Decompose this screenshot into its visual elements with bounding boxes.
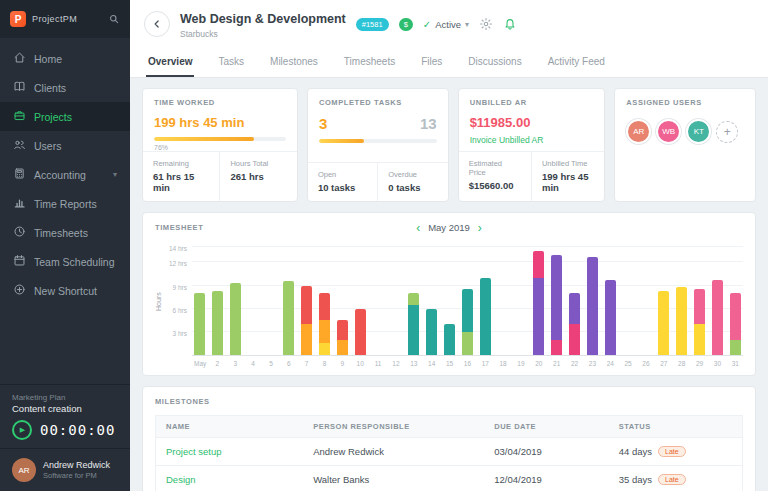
bar-segment bbox=[319, 293, 330, 320]
tab-overview[interactable]: Overview bbox=[146, 48, 194, 77]
bar-segment bbox=[444, 324, 455, 355]
sidebar-item-timesheets[interactable]: Timesheets bbox=[0, 218, 130, 247]
y-tick-label: 6 hrs bbox=[173, 307, 187, 314]
home-icon bbox=[13, 51, 26, 66]
col-label: Remaining bbox=[153, 159, 209, 168]
chart-bar bbox=[658, 291, 669, 355]
tab-tasks[interactable]: Tasks bbox=[216, 48, 246, 77]
status-dropdown[interactable]: ✓ Active ▾ bbox=[423, 19, 469, 30]
chart-bar bbox=[480, 278, 491, 355]
completed-tasks-card: COMPLETED TASKS 3 13 Open 10 tasks Overd… bbox=[307, 88, 449, 202]
user-subtitle: Software for PM bbox=[43, 471, 110, 480]
budget-badge: $ bbox=[399, 18, 413, 31]
bell-icon[interactable] bbox=[503, 17, 517, 31]
chart-bar bbox=[569, 293, 580, 355]
sidebar-item-users[interactable]: Users bbox=[0, 131, 130, 160]
x-tick-label: 26 bbox=[640, 360, 651, 367]
table-row[interactable]: Design Walter Banks 12/04/2019 35 days L… bbox=[156, 465, 742, 491]
x-tick-label: 21 bbox=[551, 360, 562, 367]
chart-bar bbox=[730, 293, 741, 355]
avatar: AR bbox=[12, 458, 36, 482]
invoice-unbilled-link[interactable]: Invoice Unbilled AR bbox=[470, 135, 594, 145]
chart-bars bbox=[192, 248, 743, 355]
y-tick-label: 9 hrs bbox=[173, 284, 187, 291]
clock-icon bbox=[13, 225, 26, 240]
add-user-button[interactable]: + bbox=[716, 121, 738, 143]
bar-segment bbox=[587, 257, 598, 355]
bar-segment bbox=[408, 293, 419, 305]
sidebar-item-team-scheduling[interactable]: Team Scheduling bbox=[0, 247, 130, 276]
card-title: UNBILLED AR bbox=[470, 98, 594, 107]
chart-plot bbox=[192, 248, 743, 356]
user-profile[interactable]: AR Andrew Redwick Software for PM bbox=[0, 448, 130, 491]
sidebar-item-accounting[interactable]: Accounting ▾ bbox=[0, 160, 130, 189]
gridline bbox=[192, 246, 743, 247]
tab-milestones[interactable]: Milestones bbox=[268, 48, 320, 77]
x-tick-label: 29 bbox=[694, 360, 705, 367]
milestone-status-days: 35 days bbox=[619, 474, 652, 485]
bar-segment bbox=[694, 324, 705, 355]
x-tick-label: May bbox=[194, 360, 205, 367]
timer-task: Content creation bbox=[12, 403, 118, 414]
y-tick-label: 3 hrs bbox=[173, 330, 187, 337]
chart-bar bbox=[676, 287, 687, 355]
sidebar-item-clients[interactable]: Clients bbox=[0, 73, 130, 102]
search-icon[interactable] bbox=[108, 13, 120, 25]
x-tick-label: 7 bbox=[301, 360, 312, 367]
clients-icon bbox=[13, 80, 26, 95]
milestone-name-link[interactable]: Design bbox=[166, 474, 313, 485]
x-tick-label: 9 bbox=[337, 360, 348, 367]
chart-bar bbox=[283, 281, 294, 355]
x-tick-label: 24 bbox=[605, 360, 616, 367]
tab-activity-feed[interactable]: Activity Feed bbox=[546, 48, 607, 77]
x-tick-label: 3 bbox=[230, 360, 241, 367]
col-value: $15660.00 bbox=[469, 180, 521, 191]
chart-bar bbox=[605, 280, 616, 355]
bar-segment bbox=[408, 305, 419, 355]
x-tick-label: 15 bbox=[444, 360, 455, 367]
chart-bar bbox=[462, 289, 473, 355]
chart-bar bbox=[694, 289, 705, 355]
x-tick-label: 27 bbox=[658, 360, 669, 367]
col-header-person: PERSON RESPONSIBLE bbox=[313, 422, 494, 431]
next-month-button[interactable]: › bbox=[478, 222, 482, 234]
card-title: ASSIGNED USERS bbox=[626, 98, 744, 107]
tab-files[interactable]: Files bbox=[419, 48, 444, 77]
sidebar-item-label: Time Reports bbox=[34, 198, 97, 210]
bar-segment bbox=[337, 320, 348, 339]
tab-timesheets[interactable]: Timesheets bbox=[342, 48, 397, 77]
sidebar-item-time-reports[interactable]: Time Reports bbox=[0, 189, 130, 218]
gear-icon[interactable] bbox=[479, 17, 493, 31]
sidebar-item-projects[interactable]: Projects bbox=[0, 102, 130, 131]
milestone-person: Andrew Redwick bbox=[313, 446, 494, 457]
logo-text: ProjectPM bbox=[32, 14, 102, 24]
x-tick-label: 2 bbox=[212, 360, 223, 367]
x-tick-label: 16 bbox=[462, 360, 473, 367]
sidebar-nav: Home Clients Projects Users Accounting ▾ bbox=[0, 38, 130, 305]
bar-segment bbox=[658, 291, 669, 355]
timer-play-button[interactable]: ▶ bbox=[12, 420, 32, 440]
back-button[interactable] bbox=[144, 11, 170, 37]
bar-segment bbox=[533, 278, 544, 355]
milestone-due-date: 12/04/2019 bbox=[494, 474, 619, 485]
milestone-name-link[interactable]: Project setup bbox=[166, 446, 313, 457]
sidebar-item-label: Users bbox=[34, 140, 61, 152]
sidebar-item-home[interactable]: Home bbox=[0, 44, 130, 73]
sidebar-item-new-shortcut[interactable]: New Shortcut bbox=[0, 276, 130, 305]
arrow-left-icon bbox=[151, 18, 163, 30]
bar-segment bbox=[194, 293, 205, 355]
chart-bar bbox=[301, 286, 312, 355]
bar-segment bbox=[301, 324, 312, 355]
sidebar-item-label: Team Scheduling bbox=[34, 256, 115, 268]
table-row[interactable]: Project setup Andrew Redwick 03/04/2019 … bbox=[156, 437, 742, 465]
projects-icon bbox=[13, 109, 26, 124]
col-label: Estimated Price bbox=[469, 159, 521, 177]
bar-segment bbox=[533, 251, 544, 278]
milestone-due-date: 03/04/2019 bbox=[494, 446, 619, 457]
chart-bar bbox=[355, 309, 366, 355]
tab-discussions[interactable]: Discussions bbox=[466, 48, 523, 77]
x-tick-label: 18 bbox=[498, 360, 509, 367]
users-icon bbox=[13, 138, 26, 153]
prev-month-button[interactable]: ‹ bbox=[416, 222, 420, 234]
chart-bar bbox=[712, 280, 723, 355]
